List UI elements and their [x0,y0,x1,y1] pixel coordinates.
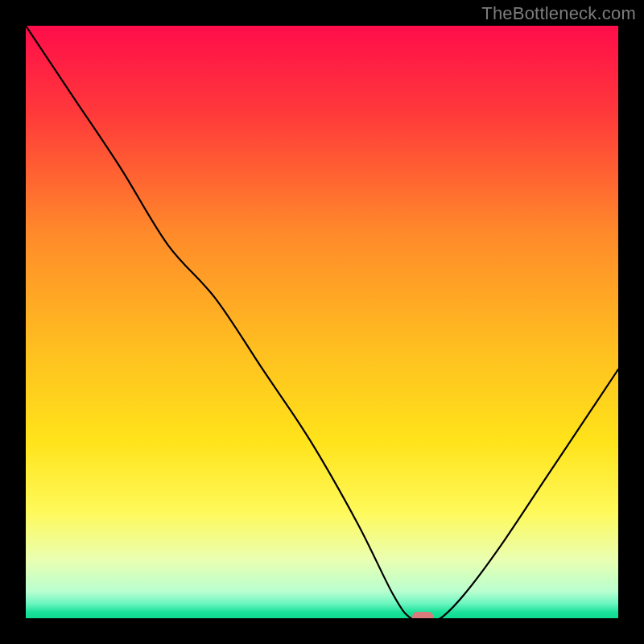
gradient-background [26,26,618,618]
bottleneck-chart [26,26,618,618]
plot-area [26,26,618,618]
optimal-marker [412,612,433,618]
chart-frame: TheBottleneck.com [0,0,644,644]
watermark-text: TheBottleneck.com [481,3,636,24]
